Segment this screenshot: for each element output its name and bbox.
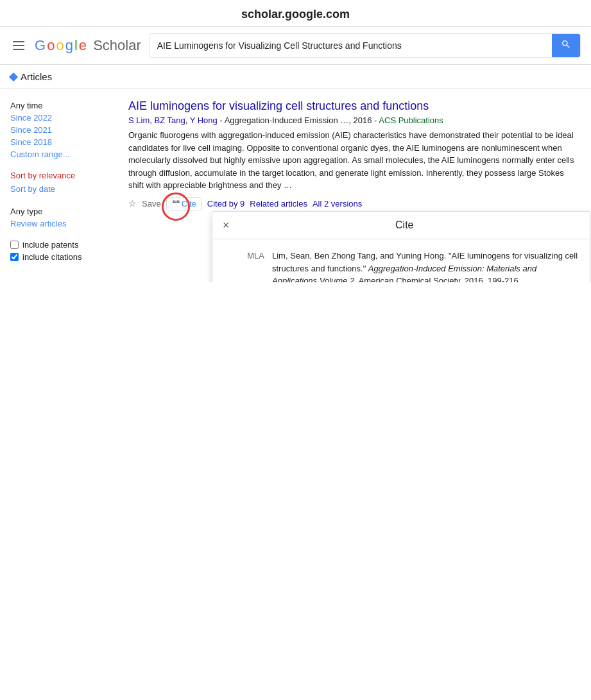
result-title-link[interactable]: AIE luminogens for visualizing cell stru… — [128, 99, 429, 112]
any-type-filter[interactable]: Any type — [10, 205, 118, 218]
articles-diamond-icon — [9, 72, 18, 81]
header: Google Scholar — [0, 27, 591, 65]
star-icon: ☆ — [128, 198, 137, 209]
time-filter-section: Any time Since 2022 Since 2021 Since 201… — [10, 99, 118, 160]
cite-modal-header: × Cite — [212, 212, 590, 239]
google-scholar-logo[interactable]: Google Scholar — [35, 37, 141, 54]
mla-italic: Aggregation-Induced Emission: Materials … — [272, 264, 536, 283]
custom-range-filter[interactable]: Custom range... — [10, 148, 118, 160]
sort-by-relevance[interactable]: Sort by relevance — [10, 171, 118, 180]
type-section: Any type Review articles — [10, 205, 118, 230]
articles-section: Articles — [0, 65, 591, 89]
cite-modal-body: MLA Lim, Sean, Ben Zhong Tang, and Yunin… — [212, 239, 590, 282]
include-citations-label[interactable]: include citations — [10, 252, 118, 262]
search-icon — [561, 39, 571, 49]
top-bar: scholar.google.com — [0, 0, 591, 27]
checkbox-section: include patents include citations — [10, 240, 118, 262]
author-bz-tang[interactable]: BZ Tang — [154, 115, 185, 125]
result-snippet: Organic fluorogens with aggregation-indu… — [128, 129, 581, 192]
all-versions-link[interactable]: All 2 versions — [313, 199, 362, 209]
any-time-filter[interactable]: Any time — [10, 99, 118, 112]
include-patents-text: include patents — [22, 240, 78, 250]
cite-modal: × Cite MLA Lim, Sean, Ben Zhong Tang, an… — [212, 211, 590, 282]
cite-button-label: Cite — [182, 199, 196, 209]
quote-icon: ❝❝ — [172, 199, 180, 208]
review-articles-filter[interactable]: Review articles — [10, 218, 118, 230]
author-s-lim[interactable]: S Lim — [128, 115, 150, 125]
result-meta: S Lim, BZ Tang, Y Hong - Aggregation-Ind… — [128, 115, 581, 125]
cite-modal-close-button[interactable]: × — [223, 219, 230, 231]
sort-section: Sort by relevance Sort by date — [10, 171, 118, 195]
include-patents-label[interactable]: include patents — [10, 240, 118, 250]
cite-button[interactable]: ❝❝ Cite — [166, 197, 202, 210]
result-actions: ☆ Save ❝❝ Cite Cited by 9 Related articl… — [128, 197, 581, 210]
include-citations-text: include citations — [22, 252, 82, 262]
related-articles-link[interactable]: Related articles — [250, 199, 307, 209]
domain-text: scholar.google.com — [241, 8, 350, 21]
since-2018-filter[interactable]: Since 2018 — [10, 136, 118, 148]
articles-label-text: Articles — [21, 71, 52, 82]
results-area: AIE luminogens for visualizing cell stru… — [128, 89, 591, 282]
cited-by-link[interactable]: Cited by 9 — [207, 199, 245, 209]
since-2022-filter[interactable]: Since 2022 — [10, 112, 118, 124]
mla-citation-text: Lim, Sean, Ben Zhong Tang, and Yuning Ho… — [272, 250, 579, 282]
result-source: Aggregation-Induced Emission …, 2016 — [225, 115, 372, 125]
search-input[interactable] — [150, 35, 552, 56]
search-button[interactable] — [552, 34, 580, 57]
author-y-hong[interactable]: Y Hong — [190, 115, 218, 125]
since-2021-filter[interactable]: Since 2021 — [10, 124, 118, 136]
include-patents-checkbox[interactable] — [10, 241, 19, 249]
save-link[interactable]: Save — [142, 199, 161, 209]
main-content: Any time Since 2022 Since 2021 Since 201… — [0, 89, 591, 282]
result-publisher: ACS Publications — [379, 115, 443, 125]
search-bar — [149, 33, 581, 58]
cite-modal-title: Cite — [230, 219, 579, 231]
include-citations-checkbox[interactable] — [10, 253, 19, 261]
sidebar: Any time Since 2022 Since 2021 Since 201… — [0, 89, 128, 282]
sort-by-date[interactable]: Sort by date — [10, 183, 118, 195]
search-result: AIE luminogens for visualizing cell stru… — [128, 99, 581, 210]
hamburger-menu[interactable] — [10, 38, 27, 53]
cite-row-mla: MLA Lim, Sean, Ben Zhong Tang, and Yunin… — [223, 250, 579, 282]
mla-style-label: MLA — [223, 250, 264, 282]
meta-separator: - — [219, 115, 224, 125]
